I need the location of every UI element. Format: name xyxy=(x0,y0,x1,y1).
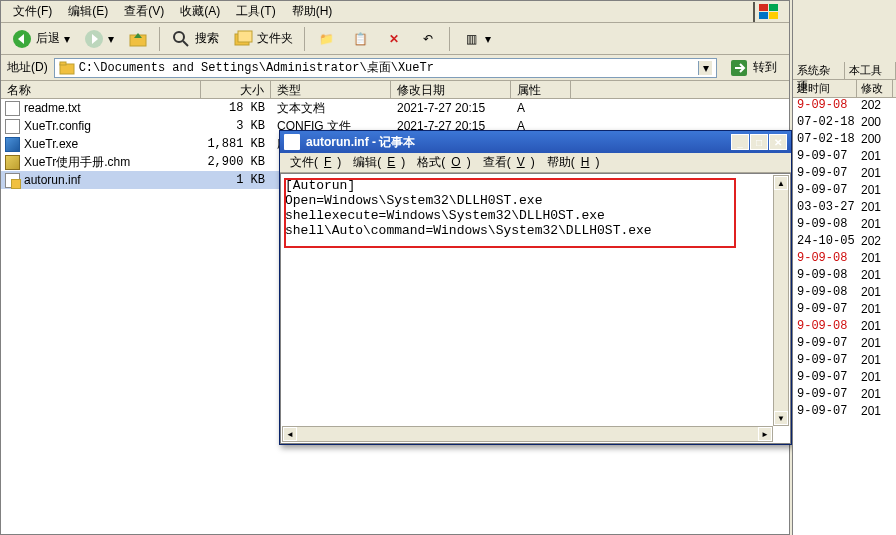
chevron-down-icon: ▾ xyxy=(108,32,114,46)
maximize-button[interactable]: □ xyxy=(750,134,768,150)
list-row[interactable]: 07-02-18 ...200 xyxy=(793,132,896,149)
go-button[interactable]: 转到 xyxy=(723,56,783,80)
svg-rect-10 xyxy=(238,31,252,42)
scroll-left-icon[interactable]: ◄ xyxy=(283,427,297,441)
menu-edit[interactable]: 编辑(E) xyxy=(60,1,116,22)
list-row[interactable]: 9-09-07 ...201 xyxy=(793,302,896,319)
col-type[interactable]: 类型 xyxy=(271,81,391,98)
col-size[interactable]: 大小 xyxy=(201,81,271,98)
tab-sys[interactable]: 系统杂项 xyxy=(793,62,845,79)
delete-button[interactable]: ✕ xyxy=(379,26,409,52)
views-button[interactable]: ▥▾ xyxy=(456,26,496,52)
list-row[interactable]: 9-09-07 ...201 xyxy=(793,353,896,370)
row-time: 9-09-07 ... xyxy=(793,166,857,183)
list-row[interactable]: 9-09-08 ...201 xyxy=(793,251,896,268)
list-row[interactable]: 9-09-07 ...201 xyxy=(793,183,896,200)
right-panel: 系统杂项 本工具 建时间 修改 9-09-08 ...20207-02-18 .… xyxy=(792,0,896,535)
row-val: 201 xyxy=(857,319,893,336)
menu-help[interactable]: 帮助(H) xyxy=(284,1,341,22)
col-date[interactable]: 修改日期 xyxy=(391,81,511,98)
row-time: 9-09-07 ... xyxy=(793,353,857,370)
scroll-down-icon[interactable]: ▼ xyxy=(774,411,788,425)
list-row[interactable]: 24-10-05 ...202 xyxy=(793,234,896,251)
notepad-menu-item[interactable]: 文件(F) xyxy=(284,153,347,172)
search-button[interactable]: 搜索 xyxy=(166,26,224,52)
file-name: readme.txt xyxy=(24,101,81,115)
tab-tool[interactable]: 本工具 xyxy=(845,62,897,79)
row-time: 07-02-18 ... xyxy=(793,115,857,132)
menu-file[interactable]: 文件(F) xyxy=(5,1,60,22)
vertical-scrollbar[interactable]: ▲ ▼ xyxy=(773,175,789,426)
list-row[interactable]: 9-09-07 ...201 xyxy=(793,404,896,421)
row-val: 201 xyxy=(857,217,893,234)
row-time: 9-09-08 ... xyxy=(793,285,857,302)
undo-button[interactable]: ↶ xyxy=(413,26,443,52)
address-dropdown[interactable]: ▾ xyxy=(698,61,712,75)
list-row[interactable]: 9-09-08 ...201 xyxy=(793,268,896,285)
notepad-menu-item[interactable]: 查看(V) xyxy=(477,153,541,172)
notepad-menu-item[interactable]: 格式(O) xyxy=(411,153,476,172)
views-icon: ▥ xyxy=(461,29,481,49)
folders-icon xyxy=(233,29,253,49)
row-val: 202 xyxy=(857,234,893,251)
folder-icon xyxy=(59,60,75,76)
chevron-down-icon: ▾ xyxy=(485,32,491,46)
menu-view[interactable]: 查看(V) xyxy=(116,1,172,22)
file-type: 文本文档 xyxy=(271,100,391,117)
forward-button[interactable]: ▾ xyxy=(79,26,119,52)
back-button[interactable]: 后退 ▾ xyxy=(7,26,75,52)
row-val: 201 xyxy=(857,183,893,200)
up-button[interactable] xyxy=(123,26,153,52)
list-row[interactable]: 03-03-27 ...201 xyxy=(793,200,896,217)
list-row[interactable]: 9-09-07 ...201 xyxy=(793,336,896,353)
file-size: 1 KB xyxy=(201,173,271,187)
list-row[interactable]: 9-09-08 ...201 xyxy=(793,217,896,234)
notepad-content[interactable]: [Autorun] Open=Windows\System32\DLLH0ST.… xyxy=(280,173,791,444)
file-row[interactable]: readme.txt18 KB文本文档2021-7-27 20:15A xyxy=(1,99,789,117)
notepad-text[interactable]: [Autorun] Open=Windows\System32\DLLH0ST.… xyxy=(281,174,790,242)
folders-button[interactable]: 文件夹 xyxy=(228,26,298,52)
row-time: 9-09-07 ... xyxy=(793,404,857,421)
list-row[interactable]: 9-09-07 ...201 xyxy=(793,166,896,183)
rcol-mod[interactable]: 修改 xyxy=(857,80,893,97)
row-time: 9-09-08 ... xyxy=(793,98,857,115)
list-row[interactable]: 9-09-08 ...202 xyxy=(793,98,896,115)
list-row[interactable]: 9-09-07 ...201 xyxy=(793,387,896,404)
svg-rect-12 xyxy=(60,62,66,65)
notepad-menu-item[interactable]: 帮助(H) xyxy=(541,153,606,172)
menu-fav[interactable]: 收藏(A) xyxy=(172,1,228,22)
rcol-time[interactable]: 建时间 xyxy=(793,80,857,97)
notepad-window[interactable]: autorun.inf - 记事本 _ □ ✕ 文件(F)编辑(E)格式(O)查… xyxy=(279,130,792,445)
list-row[interactable]: 9-09-08 ...201 xyxy=(793,285,896,302)
row-time: 9-09-07 ... xyxy=(793,183,857,200)
row-time: 24-10-05 ... xyxy=(793,234,857,251)
row-val: 201 xyxy=(857,166,893,183)
row-val: 200 xyxy=(857,115,893,132)
scroll-right-icon[interactable]: ► xyxy=(758,427,772,441)
scroll-up-icon[interactable]: ▲ xyxy=(774,176,788,190)
address-field[interactable]: ▾ xyxy=(54,58,717,78)
list-row[interactable]: 9-09-08 ...201 xyxy=(793,319,896,336)
notepad-titlebar[interactable]: autorun.inf - 记事本 _ □ ✕ xyxy=(280,131,791,153)
menu-tools[interactable]: 工具(T) xyxy=(228,1,283,22)
notepad-menu-item[interactable]: 编辑(E) xyxy=(347,153,411,172)
svg-line-8 xyxy=(183,41,188,46)
file-icon xyxy=(5,119,20,134)
col-name[interactable]: 名称 xyxy=(1,81,201,98)
address-label: 地址(D) xyxy=(7,59,48,76)
row-val: 201 xyxy=(857,268,893,285)
list-row[interactable]: 07-02-18 ...200 xyxy=(793,115,896,132)
file-icon xyxy=(5,101,20,116)
list-row[interactable]: 9-09-07 ...201 xyxy=(793,149,896,166)
column-headers: 名称 大小 类型 修改日期 属性 xyxy=(1,81,789,99)
horizontal-scrollbar[interactable]: ◄ ► xyxy=(282,426,773,442)
address-input[interactable] xyxy=(79,61,698,75)
minimize-button[interactable]: _ xyxy=(731,134,749,150)
move-to-button[interactable]: 📁 xyxy=(311,26,341,52)
copy-to-button[interactable]: 📋 xyxy=(345,26,375,52)
list-row[interactable]: 9-09-07 ...201 xyxy=(793,370,896,387)
col-attr[interactable]: 属性 xyxy=(511,81,571,98)
row-val: 201 xyxy=(857,404,893,421)
row-val: 201 xyxy=(857,353,893,370)
close-button[interactable]: ✕ xyxy=(769,134,787,150)
